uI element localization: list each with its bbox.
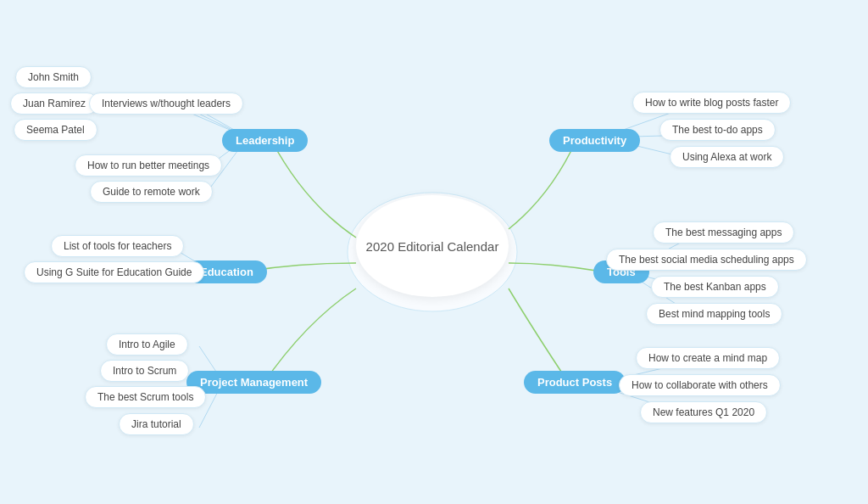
mindmap-canvas: 2020 Editorial Calendar Leadership Educa… xyxy=(0,0,868,504)
leaf-john-smith: John Smith xyxy=(15,66,92,88)
leaf-alexa: Using Alexa at work xyxy=(670,146,784,168)
leaf-seema-patel: Seema Patel xyxy=(14,119,97,141)
branch-leadership[interactable]: Leadership xyxy=(222,129,308,152)
leaf-jira: Jira tutorial xyxy=(119,413,194,435)
leaf-todo-apps: The best to-do apps xyxy=(659,119,776,141)
leaf-g-suite: Using G Suite for Education Guide xyxy=(24,261,204,283)
leaf-new-features: New features Q1 2020 xyxy=(640,401,767,423)
leaf-mind-mapping: Best mind mapping tools xyxy=(646,303,782,325)
branch-project-management[interactable]: Project Management xyxy=(186,371,321,394)
leaf-interviews: Interviews w/thought leaders xyxy=(89,92,243,115)
leaf-create-mind-map: How to create a mind map xyxy=(636,347,780,369)
leaf-kanban: The best Kanban apps xyxy=(651,276,779,298)
center-node[interactable]: 2020 Editorial Calendar xyxy=(356,195,509,297)
leaf-blog-faster: How to write blog posts faster xyxy=(632,92,791,114)
branch-productivity[interactable]: Productivity xyxy=(549,129,640,152)
leaf-intro-scrum: Intro to Scrum xyxy=(100,360,189,382)
leaf-juan-ramirez: Juan Ramirez xyxy=(10,92,98,115)
leaf-best-scrum: The best Scrum tools xyxy=(85,386,206,408)
center-label: 2020 Editorial Calendar xyxy=(366,239,499,254)
leaf-messaging: The best messaging apps xyxy=(653,221,794,244)
leaf-social-media: The best social media scheduling apps xyxy=(606,249,807,271)
branch-product-posts[interactable]: Product Posts xyxy=(524,371,626,394)
leaf-run-meetings: How to run better meetings xyxy=(75,154,222,176)
leaf-remote-work: Guide to remote work xyxy=(90,181,213,203)
leaf-intro-agile: Intro to Agile xyxy=(106,333,188,356)
leaf-list-tools: List of tools for teachers xyxy=(51,235,184,257)
leaf-collaborate: How to collaborate with others xyxy=(619,374,781,396)
